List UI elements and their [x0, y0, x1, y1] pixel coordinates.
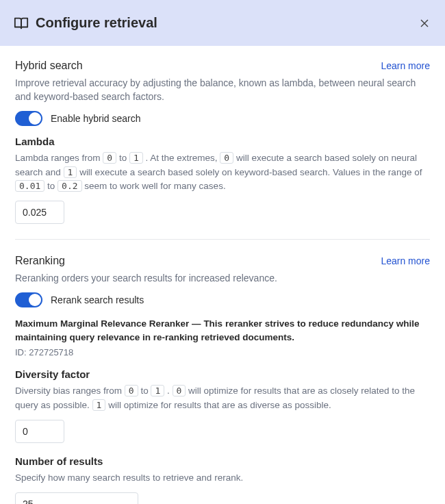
- lambda-code-1b: 1: [64, 166, 77, 178]
- rerank-results-toggle[interactable]: [15, 292, 42, 307]
- reranking-heading: Reranking: [15, 255, 65, 267]
- rerank-results-label: Rerank search results: [51, 294, 144, 305]
- diversity-help-text: Diversity bias ranges from 0 to 1 . 0 wi…: [15, 384, 430, 413]
- reranking-learn-more-link[interactable]: Learn more: [381, 255, 430, 266]
- book-icon: [14, 16, 29, 31]
- num-results-input[interactable]: [15, 492, 138, 504]
- lambda-input[interactable]: [15, 201, 64, 224]
- lambda-code-001: 0.01: [15, 180, 44, 192]
- hybrid-learn-more-link[interactable]: Learn more: [381, 60, 430, 71]
- close-button[interactable]: [418, 16, 431, 30]
- diversity-code-1b: 1: [92, 399, 106, 411]
- reranker-info: Maximum Marginal Relevance Reranker — Th…: [15, 317, 430, 345]
- dialog-title: Configure retrieval: [36, 15, 157, 31]
- lambda-code-1: 1: [129, 152, 143, 164]
- hybrid-search-description: Improve retrieval accuracy by adjusting …: [15, 76, 430, 104]
- reranker-name: Maximum Marginal Relevance Reranker: [15, 318, 189, 329]
- num-results-label: Number of results: [15, 455, 430, 467]
- diversity-factor-label: Diversity factor: [15, 368, 430, 380]
- num-results-help-text: Specify how many search results to retri…: [15, 471, 430, 486]
- diversity-code-0b: 0: [173, 385, 186, 396]
- hybrid-search-heading: Hybrid search: [15, 60, 83, 72]
- reranking-description: Reranking orders your search results for…: [15, 271, 430, 285]
- close-icon: [420, 19, 429, 27]
- diversity-code-1a: 1: [151, 385, 164, 396]
- enable-hybrid-search-toggle[interactable]: [15, 111, 42, 126]
- section-divider: [15, 239, 430, 240]
- lambda-code-02: 0.2: [58, 180, 81, 192]
- dialog-header: Configure retrieval: [0, 0, 445, 46]
- reranker-id: ID: 272725718: [15, 347, 430, 357]
- diversity-code-0a: 0: [125, 385, 138, 396]
- lambda-code-0: 0: [103, 152, 116, 164]
- diversity-factor-input[interactable]: [15, 420, 64, 443]
- lambda-help-text: Lambda ranges from 0 to 1 . At the extre…: [15, 151, 430, 194]
- lambda-code-0b: 0: [220, 152, 233, 164]
- lambda-label: Lambda: [15, 136, 430, 147]
- enable-hybrid-search-label: Enable hybrid search: [51, 113, 141, 124]
